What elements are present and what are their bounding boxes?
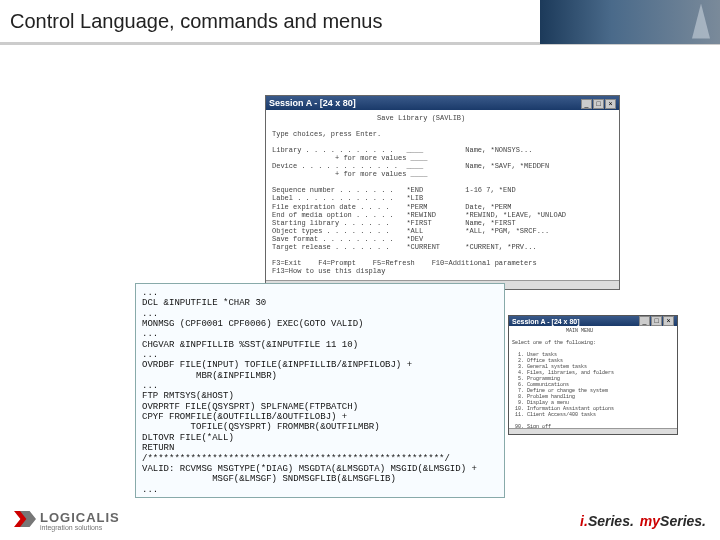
slide-title: Control Language, commands and menus xyxy=(0,10,382,33)
header-image xyxy=(540,0,720,44)
header: Control Language, commands and menus xyxy=(0,0,720,45)
minimize-icon: _ xyxy=(639,316,650,326)
logo-tagline: integration solutions xyxy=(40,524,120,531)
close-icon: × xyxy=(663,316,674,326)
terminal-window-savlib: Session A - [24 x 80] _□× Save Library (… xyxy=(265,95,620,290)
window-statusbar xyxy=(509,428,677,434)
window-controls[interactable]: _□× xyxy=(580,98,616,109)
cl-code-listing: ... DCL &INPUTFILE *CHAR 30 ... MONMSG (… xyxy=(135,283,505,498)
maximize-icon: □ xyxy=(651,316,662,326)
minimize-icon: _ xyxy=(581,99,592,109)
window-titlebar[interactable]: Session A - [24 x 80] _□× xyxy=(509,316,677,326)
window-controls[interactable]: _□× xyxy=(638,316,674,326)
terminal-body[interactable]: MAIN MENU Select one of the following: 1… xyxy=(509,326,677,428)
close-icon: × xyxy=(605,99,616,109)
window-titlebar[interactable]: Session A - [24 x 80] _□× xyxy=(266,96,619,110)
terminal-body[interactable]: Save Library (SAVLIB) Type choices, pres… xyxy=(266,110,619,280)
logo-text: LOGICALIS xyxy=(40,511,120,524)
window-title: Session A - [24 x 80] xyxy=(512,318,580,325)
iseries-logo: i.Series. mySeries. xyxy=(580,513,706,529)
terminal-window-mainmenu: Session A - [24 x 80] _□× MAIN MENU Sele… xyxy=(508,315,678,435)
footer: LOGICALIS integration solutions i.Series… xyxy=(0,508,720,534)
logicalis-logo: LOGICALIS integration solutions xyxy=(14,511,120,531)
maximize-icon: □ xyxy=(593,99,604,109)
window-title: Session A - [24 x 80] xyxy=(269,98,356,108)
